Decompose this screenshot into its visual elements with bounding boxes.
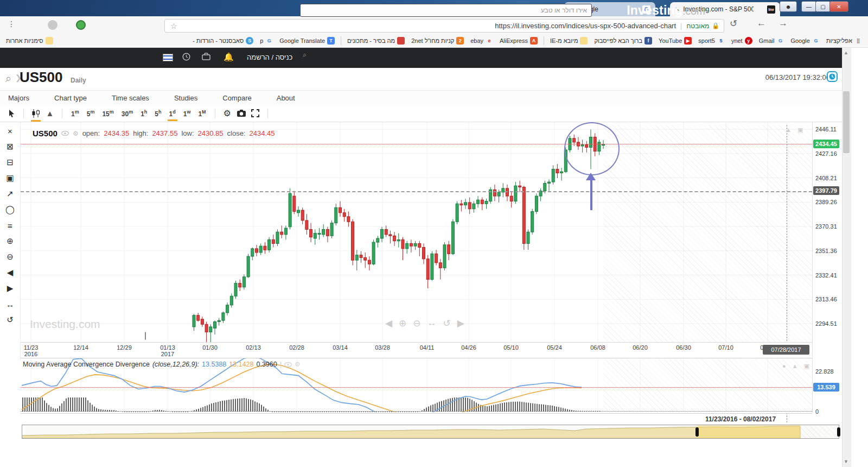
bookmark-item[interactable]: 2קניות מחו"ל 2net: [409, 36, 467, 46]
pan-right-icon[interactable]: ▶: [4, 283, 16, 294]
menu-compare[interactable]: Compare: [222, 94, 251, 102]
bookmark-item[interactable]: ⣿אפליקציות: [824, 36, 865, 46]
address-bar[interactable]: ☆ https://il.investing.com/indices/us-sp…: [164, 19, 724, 33]
bookmark-item[interactable]: מיובא מ-IE: [547, 36, 590, 46]
candle: [268, 239, 271, 250]
menu-majors[interactable]: Majors: [8, 94, 29, 102]
range-handle-right[interactable]: [837, 427, 840, 437]
chart-nav-controls[interactable]: ◀⊕⊖↔↺▶: [385, 318, 464, 329]
profile-button[interactable]: ☻: [780, 1, 797, 12]
open-value: 2434.35: [104, 129, 129, 137]
price-axis-label: 2389.26: [815, 199, 837, 205]
fib-lines-icon[interactable]: ≡: [4, 220, 16, 231]
price-axis[interactable]: 2446.112427.162408.212389.262370.312351.…: [812, 122, 840, 357]
close-icon[interactable]: ×: [4, 125, 16, 136]
annotation-circle[interactable]: [564, 122, 620, 175]
bookmark-item[interactable]: AAliExpress: [497, 36, 540, 46]
clone-icon[interactable]: ▣: [4, 173, 16, 184]
maximize-button[interactable]: ▢: [815, 1, 831, 12]
pan-left-icon[interactable]: ◀: [4, 267, 16, 278]
ellipse-tool-icon[interactable]: ◯: [4, 204, 16, 215]
interval-1w[interactable]: 1w: [180, 108, 195, 119]
area-type-button[interactable]: ▲: [43, 107, 57, 120]
zoom-x-icon[interactable]: ↔: [4, 299, 16, 310]
indicator-settings-gear-icon[interactable]: ⚙: [295, 361, 301, 368]
bookmark-item[interactable]: yynet: [729, 36, 755, 46]
interval-1h[interactable]: 1h: [137, 108, 151, 119]
hide-indicators-icon[interactable]: ⊟: [4, 157, 16, 168]
date-axis[interactable]: 11/23201612/1412/2901/13201701/3002/1302…: [21, 342, 812, 358]
site-search-icon[interactable]: ⌕: [303, 51, 307, 59]
browser-menu-icon[interactable]: ⋮: [8, 20, 15, 28]
clock-icon[interactable]: [182, 53, 190, 63]
range-handle-left[interactable]: [695, 427, 699, 437]
pointer-tool[interactable]: [4, 107, 18, 120]
portfolio-icon[interactable]: [202, 53, 210, 62]
interval-1m[interactable]: 1m: [67, 108, 83, 119]
extension-icon[interactable]: [48, 20, 58, 30]
bookmark-label: אפליקציות: [826, 37, 852, 44]
israel-flag-icon[interactable]: [163, 54, 173, 61]
fullscreen-icon[interactable]: [248, 107, 263, 120]
delete-selected-icon[interactable]: ⊠: [4, 141, 16, 152]
candle: [239, 283, 241, 287]
reload-icon[interactable]: ↺: [730, 18, 737, 29]
interval-30m[interactable]: 30m: [118, 108, 137, 119]
menu-time-scales[interactable]: Time scales: [112, 94, 149, 102]
screenshot-camera-icon[interactable]: [234, 107, 248, 120]
bookmark-item[interactable]: TGoogle Translate: [277, 36, 337, 46]
bookmark-item[interactable]: GGoogle: [788, 36, 822, 46]
bookmark-star-icon[interactable]: ☆: [170, 22, 177, 30]
login-link[interactable]: כניסה / הרשמה: [247, 53, 292, 61]
reset-zoom-icon[interactable]: ↺: [4, 314, 16, 325]
window-close-button[interactable]: ✕: [829, 1, 848, 12]
bookmark-item[interactable]: eebay: [468, 36, 496, 46]
forward-icon[interactable]: →: [778, 18, 788, 29]
bookmark-item[interactable]: Sסאבסנטר - הורדות -: [190, 36, 256, 46]
bookmark-item[interactable]: 5sport5: [695, 36, 727, 46]
zoom-out-icon[interactable]: ⊖: [4, 251, 16, 262]
trend-line-icon[interactable]: ↗: [4, 188, 16, 199]
interval-5h[interactable]: 5h: [151, 108, 165, 119]
macd-axis[interactable]: 22.82813.5390: [812, 358, 840, 413]
series-settings-gear-icon[interactable]: ⚙: [73, 130, 79, 137]
alerts-bell-icon[interactable]: 🔔: [224, 52, 234, 62]
investing-logo[interactable]: Investing.com: [627, 3, 705, 18]
scrollbar-thumb[interactable]: [843, 91, 850, 153]
minimize-button[interactable]: —: [801, 1, 816, 12]
zoom-in-icon[interactable]: ⊕: [4, 236, 16, 247]
bookmark-item[interactable]: fברוך הבא לפייסבוק: [591, 36, 655, 46]
folder-icon: [46, 37, 53, 45]
back-icon[interactable]: ←: [757, 18, 766, 29]
candle: [347, 217, 350, 222]
visibility-eye-icon[interactable]: [284, 362, 292, 367]
investing-favicon: Inv: [767, 5, 775, 14]
realtime-clock-icon[interactable]: [827, 71, 838, 84]
scroll-down-arrow[interactable]: ▼: [844, 459, 848, 464]
visibility-eye-icon[interactable]: [61, 131, 69, 136]
extension-icon[interactable]: [76, 20, 86, 30]
bookmark-item[interactable]: ▶YouTube: [656, 36, 694, 46]
bookmark-item[interactable]: GGmail: [756, 36, 787, 46]
menu-studies[interactable]: Studies: [174, 94, 197, 102]
interval-15m[interactable]: 15m: [98, 108, 117, 119]
candle: [397, 239, 400, 241]
macd-corner-controls[interactable]: ● ▲ ▣: [782, 363, 812, 370]
scroll-up-arrow[interactable]: ▲: [844, 50, 848, 55]
menu-chart-type[interactable]: Chart type: [54, 94, 87, 102]
candle: [322, 229, 325, 234]
menu-about[interactable]: About: [277, 94, 295, 102]
bookmark-item[interactable]: Gp: [257, 36, 276, 46]
symbol-search-icon[interactable]: ⌕: [5, 72, 11, 85]
chart-corner-controls[interactable]: ▲ ▣: [786, 127, 805, 134]
bookmark-item[interactable]: מה בסיר - מתכונים: [344, 36, 407, 46]
interval-1d[interactable]: 1d: [165, 108, 180, 119]
annotation-arrow[interactable]: [590, 179, 592, 210]
other-bookmarks-button[interactable]: סימניות אחרות: [3, 36, 56, 46]
candlestick-type-button[interactable]: [29, 107, 43, 120]
site-search-input[interactable]: [300, 4, 592, 17]
interval-1M[interactable]: 1M: [194, 108, 209, 119]
settings-gear-icon[interactable]: ⚙: [220, 107, 234, 120]
candle: [448, 245, 450, 254]
interval-5m[interactable]: 5m: [83, 108, 99, 119]
